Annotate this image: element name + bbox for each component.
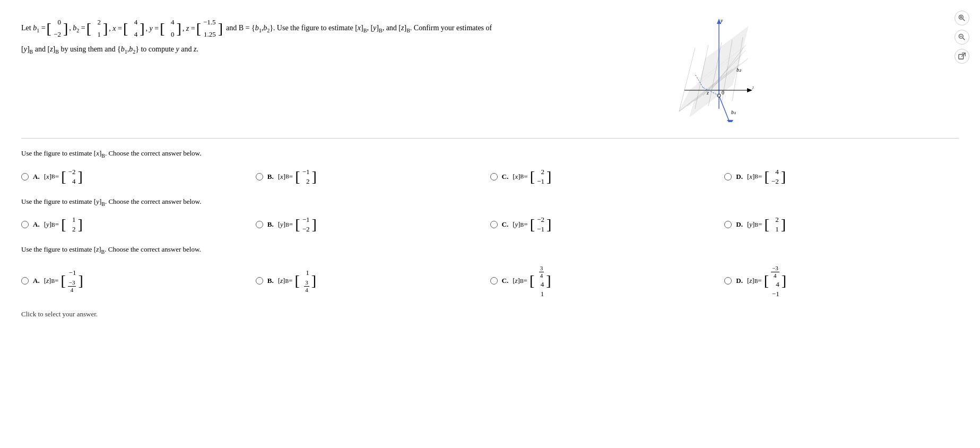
svg-text:b₂: b₂ [736, 67, 742, 73]
q2-radio-b[interactable] [256, 221, 263, 228]
q1-radio-b[interactable] [256, 173, 263, 180]
q1-label-b: B. [267, 173, 274, 181]
q3-expr-d: [z]B = −3 4 [747, 263, 786, 299]
zoom-out-button[interactable] [955, 30, 969, 45]
q3-radio-a[interactable] [21, 277, 29, 285]
b1-matrix: 0 −2 [47, 16, 68, 41]
q2-section: Use the figure to estimate [y]B. Choose … [21, 197, 959, 235]
q2-label-a: A. [33, 220, 40, 229]
q1-section: Use the figure to estimate [x]B. Choose … [21, 149, 959, 187]
q1-label-a: A. [33, 173, 40, 181]
q2-radio-a[interactable] [21, 221, 29, 228]
q3-label-a: A. [33, 277, 40, 285]
section-divider-1 [21, 138, 959, 139]
q3-label-b: B. [267, 277, 274, 285]
second-line: [y]B and [z]B by using them and {b1,b2} … [21, 44, 663, 56]
main-container: Let b1 = 0 −2 , b2 = 2 1 [0, 0, 980, 329]
q2-expr-d: [y]B = 2 1 [747, 214, 786, 235]
comma4: , z = [183, 23, 195, 35]
q1-choice-b[interactable]: B. [x]B = −1 2 [256, 167, 490, 187]
external-link-button[interactable] [955, 49, 969, 64]
q3-expr-b: [z]B = 1 3 4 [278, 268, 316, 295]
x-matrix: 4 4 [123, 16, 145, 41]
q2-choice-c[interactable]: C. [y]B = −2 −1 [490, 214, 725, 235]
q3-choice-a[interactable]: A. [z]B = −1 −3 4 [21, 268, 256, 295]
q3-radio-c[interactable] [490, 277, 498, 285]
coordinate-grid-svg: x y 0 z b₂ b₁ [669, 16, 753, 122]
bottom-instruction: Click to select your answer. [21, 310, 959, 318]
q1-choice-a[interactable]: A. [x]B = −2 4 [21, 167, 256, 187]
q3-radio-d[interactable] [724, 277, 732, 285]
q1-answers: A. [x]B = −2 4 B. [21, 167, 959, 187]
q2-choice-a[interactable]: A. [y]B = 1 2 [21, 214, 256, 235]
q3-expr-c: [z]B = 3 4 [513, 263, 551, 299]
q1-expr-c: [x]B = 2 −1 [513, 167, 551, 187]
y-matrix: 4 0 [160, 16, 181, 41]
comma1: , b2 = [69, 22, 85, 35]
zoom-in-button[interactable] [955, 11, 969, 25]
q1-radio-c[interactable] [490, 173, 498, 180]
comma3: , y = [146, 23, 159, 35]
q2-choice-b[interactable]: B. [y]B = −1 −2 [256, 214, 490, 235]
q3-label: Use the figure to estimate [z]B. Choose … [21, 245, 959, 255]
q3-choice-c[interactable]: C. [z]B = 3 4 [490, 263, 725, 299]
svg-text:x: x [752, 84, 753, 90]
svg-text:b₁: b₁ [731, 109, 736, 115]
q1-radio-a[interactable] [21, 173, 29, 180]
q1-expr-d: [x]B = 4 −2 [747, 167, 786, 187]
q1-radio-d[interactable] [724, 173, 732, 180]
q2-label-b: B. [267, 220, 274, 229]
q2-choice-d[interactable]: D. [y]B = 2 1 [724, 214, 959, 235]
problem-header: Let b1 = 0 −2 , b2 = 2 1 [21, 16, 753, 122]
q1-expr-b: [x]B = −1 2 [278, 167, 317, 187]
q3-label-c: C. [502, 277, 509, 285]
b2-matrix: 2 1 [86, 16, 108, 41]
grid-figure: x y 0 z b₂ b₁ [669, 16, 753, 122]
z-matrix: −1.5 1.25 [196, 16, 223, 41]
q2-label: Use the figure to estimate [y]B. Choose … [21, 197, 959, 207]
q2-label-d: D. [736, 220, 743, 229]
svg-text:0: 0 [722, 90, 724, 96]
q2-expr-b: [y]B = −1 −2 [278, 214, 317, 235]
svg-line-1 [962, 19, 965, 21]
svg-marker-28 [727, 120, 733, 122]
comma2: , x = [109, 23, 122, 35]
q3-choice-b[interactable]: B. [z]B = 1 3 4 [256, 268, 490, 295]
q3-expr-a: [z]B = −1 −3 4 [44, 268, 83, 295]
q1-choice-d[interactable]: D. [x]B = 4 −2 [724, 167, 959, 187]
q1-label-d: D. [736, 173, 743, 181]
let-text: Let b1 = [21, 22, 46, 35]
q2-radio-d[interactable] [724, 221, 732, 228]
q1-expr-a: [x]B = −2 4 [44, 167, 83, 187]
right-icons-panel [955, 11, 969, 64]
svg-marker-26 [747, 88, 752, 92]
q1-label: Use the figure to estimate [x]B. Choose … [21, 149, 959, 159]
q1-label-c: C. [502, 173, 509, 181]
q2-radio-c[interactable] [490, 221, 498, 228]
q2-label-c: C. [502, 220, 509, 229]
svg-line-27 [719, 96, 730, 122]
q2-expr-c: [y]B = −2 −1 [513, 214, 551, 235]
q2-answers: A. [y]B = 1 2 B. [21, 214, 959, 235]
set-text: and B = {b1,b2}. Use the figure to estim… [226, 22, 492, 35]
q1-choice-c[interactable]: C. [x]B = 2 −1 [490, 167, 725, 187]
svg-line-5 [962, 38, 965, 40]
q3-choice-d[interactable]: D. [z]B = −3 4 [724, 263, 959, 299]
q2-expr-a: [y]B = 1 2 [44, 214, 83, 235]
q3-label-d: D. [736, 277, 743, 285]
problem-statement: Let b1 = 0 −2 , b2 = 2 1 [21, 16, 663, 56]
svg-text:y: y [720, 18, 723, 23]
q3-section: Use the figure to estimate [z]B. Choose … [21, 245, 959, 299]
q3-answers: A. [z]B = −1 −3 4 [21, 263, 959, 299]
q3-radio-b[interactable] [256, 277, 263, 285]
